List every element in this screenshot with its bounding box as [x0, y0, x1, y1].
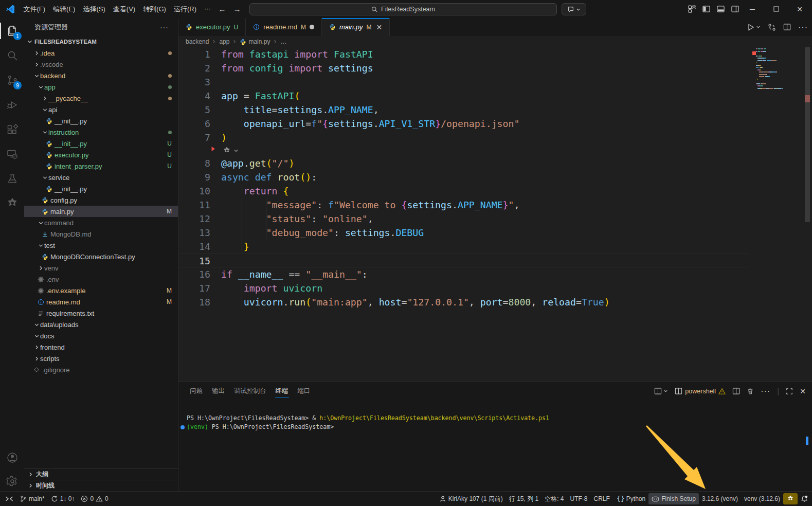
inline-ai-widget[interactable] — [178, 144, 749, 156]
menu-s[interactable]: 选择(S) — [79, 3, 109, 16]
terminal-output[interactable]: PS H:\OwnProject\FilesReadSysteam> & h:\… — [178, 400, 812, 492]
tree-item-MongoDBConnectionTest.py[interactable]: MongoDBConnectionTest.py — [24, 251, 178, 262]
tree-item-main.py[interactable]: main.pyM — [24, 206, 178, 217]
toggle-panel-icon[interactable] — [717, 5, 725, 13]
status-notifications[interactable] — [798, 493, 811, 504]
tree-item-service[interactable]: service — [24, 172, 178, 183]
tree-item-intent_parser.py[interactable]: intent_parser.pyU — [24, 160, 178, 172]
status-cursor-position[interactable]: 行 15, 列 1 — [506, 493, 542, 504]
tree-item-test[interactable]: test — [24, 240, 178, 251]
more-actions-icon[interactable]: ··· — [798, 23, 808, 32]
terminal-new-button[interactable] — [654, 387, 668, 395]
tree-item-__init__.py[interactable]: __init__.py — [24, 115, 178, 127]
panel-tab-端口[interactable]: 端口 — [293, 382, 315, 400]
command-decoration-dot[interactable] — [181, 425, 185, 429]
tree-item-__init__.py[interactable]: __init__.pyU — [24, 138, 178, 149]
close-panel-icon[interactable]: ✕ — [800, 387, 806, 395]
menu-e[interactable]: 编辑(E) — [49, 3, 79, 16]
search-input[interactable]: FilesReadSysteam — [249, 3, 557, 15]
activity-settings-icon[interactable] — [0, 471, 24, 492]
customize-layout-icon[interactable] — [688, 5, 696, 13]
panel-tab-终端[interactable]: 终端 — [271, 382, 293, 400]
breadcrumb-item[interactable]: main.py — [248, 38, 270, 45]
tree-item-.vscode[interactable]: .vscode — [24, 59, 178, 70]
menu-v[interactable]: 查看(V) — [109, 3, 139, 16]
menu-r[interactable]: 运行(R) — [170, 3, 200, 16]
tree-item-.gitignore[interactable]: .gitignore — [24, 364, 178, 375]
split-terminal-icon[interactable] — [732, 387, 740, 395]
timeline-section[interactable]: 时间线 — [24, 480, 178, 491]
code-area[interactable]: 1from fastapi import FastAPI2from config… — [178, 47, 812, 382]
tree-item-__pycache__[interactable]: __pycache__ — [24, 93, 178, 104]
split-editor-icon[interactable] — [783, 23, 791, 31]
status-ai-badge[interactable] — [783, 493, 798, 504]
breadcrumb-item[interactable]: app — [219, 38, 229, 45]
outline-section[interactable]: 大纲 — [24, 468, 178, 480]
menu-f[interactable]: 文件(F) — [20, 3, 49, 16]
maximize-button[interactable] — [764, 0, 788, 18]
activity-explorer-icon[interactable]: 1 — [0, 21, 24, 41]
breadcrumb-item[interactable]: backend — [186, 38, 209, 45]
panel-more-icon[interactable]: ··· — [761, 387, 770, 396]
tree-item-__init__.py[interactable]: __init__.py — [24, 183, 178, 194]
run-python-button[interactable] — [747, 23, 761, 31]
sidebar-more-icon[interactable]: ··· — [160, 23, 169, 31]
tab-main.py[interactable]: main.pyM✕ — [322, 18, 390, 36]
status-eol[interactable]: CRLF — [591, 493, 613, 504]
status-language-mode[interactable]: {}Python — [613, 493, 648, 504]
tree-item-data-uploads[interactable]: data\uploads — [24, 319, 178, 330]
status-encoding[interactable]: UTF-8 — [567, 493, 591, 504]
minimize-button[interactable]: ─ — [741, 0, 764, 18]
tree-item-requirements.txt[interactable]: requirements.txt — [24, 308, 178, 319]
close-tab-icon[interactable]: ✕ — [376, 23, 382, 31]
activity-run-debug-icon[interactable] — [0, 95, 24, 115]
activity-extensions-icon[interactable] — [0, 119, 24, 140]
status-problems[interactable]: 00 — [78, 493, 111, 504]
explorer-section-header[interactable]: FILESREADSYSTEAM — [24, 36, 178, 47]
tree-item-readme.md[interactable]: readme.mdM — [24, 296, 178, 308]
activity-testing-icon[interactable] — [0, 169, 24, 189]
tree-item-.env[interactable]: .env — [24, 274, 178, 285]
copilot-inline-icon[interactable] — [222, 146, 239, 155]
tree-item-MongoDB.md[interactable]: MongoDB.md — [24, 228, 178, 240]
tab-executor.py[interactable]: executor.pyU — [178, 18, 246, 36]
tree-item-.idea[interactable]: .idea — [24, 47, 178, 59]
tree-item-api[interactable]: api — [24, 104, 178, 115]
tree-item-docs[interactable]: docs — [24, 330, 178, 341]
tree-item-backend[interactable]: backend — [24, 70, 178, 81]
menu-g[interactable]: 转到(G) — [139, 3, 170, 16]
nav-back-icon[interactable]: ← — [214, 4, 229, 14]
editor-scrollbar[interactable] — [805, 47, 810, 222]
maximize-panel-icon[interactable] — [786, 388, 793, 395]
tree-item-config.py[interactable]: config.py — [24, 194, 178, 206]
tree-item-venv[interactable]: venv — [24, 262, 178, 274]
chat-button[interactable] — [562, 3, 586, 15]
activity-ai-extension-icon[interactable] — [0, 193, 24, 214]
nav-forward-icon[interactable]: → — [229, 4, 244, 14]
status-sync-status[interactable]: 1↓ 0↑ — [48, 493, 78, 504]
tree-item-app[interactable]: app — [24, 81, 178, 93]
status-remote-indicator[interactable] — [2, 493, 16, 504]
toggle-secondary-sidebar-icon[interactable] — [731, 5, 739, 13]
status-indentation[interactable]: 空格: 4 — [542, 493, 567, 504]
status-venv-version[interactable]: venv (3.12.6) — [741, 493, 783, 504]
activity-remote-explorer-icon[interactable] — [0, 144, 24, 165]
breadcrumb-item[interactable]: … — [280, 38, 286, 45]
tree-item-frontend[interactable]: frontend — [24, 341, 178, 353]
status-branch[interactable]: main* — [16, 493, 48, 504]
tree-item-instruction[interactable]: instruction — [24, 127, 178, 138]
close-button[interactable]: ✕ — [788, 0, 811, 18]
toggle-sidebar-icon[interactable] — [702, 5, 710, 13]
open-changes-icon[interactable] — [768, 23, 776, 31]
status-python-version[interactable]: 3.12.6 (venv) — [699, 493, 741, 504]
status-finish-setup[interactable]: Finish Setup — [648, 493, 699, 504]
tree-item-command[interactable]: command — [24, 217, 178, 228]
activity-account-icon[interactable] — [0, 447, 24, 468]
status-git-author[interactable]: KiriAky 107 (1 周前) — [436, 493, 506, 504]
tree-item-scripts[interactable]: scripts — [24, 353, 178, 364]
panel-tab-调试控制台[interactable]: 调试控制台 — [229, 382, 271, 400]
tree-item-executor.py[interactable]: executor.pyU — [24, 149, 178, 160]
tree-item-.env.example[interactable]: .env.exampleM — [24, 285, 178, 296]
tab-readme.md[interactable]: readme.mdM — [246, 18, 322, 36]
panel-tab-输出[interactable]: 输出 — [207, 382, 229, 400]
